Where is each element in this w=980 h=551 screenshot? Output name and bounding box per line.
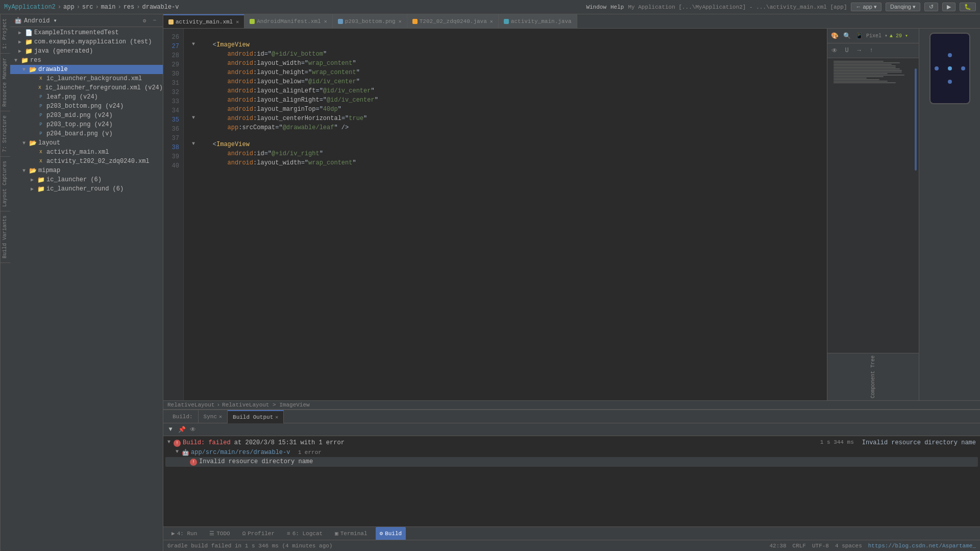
fold-arrow-27[interactable]: ▼ — [192, 40, 198, 48]
tree-item-mipmap[interactable]: ▼ 📂 mipmap — [10, 166, 163, 175]
drawable-folder-icon: 📂 — [29, 65, 37, 74]
code-line-34: android:layout_marginTop="40dp" — [192, 105, 819, 114]
settings-btn[interactable]: ⚙ — [140, 16, 149, 25]
structure-tab[interactable]: 7: Structure — [1, 111, 10, 157]
minimap[interactable] — [827, 58, 919, 353]
code-line-30: android:layout_height="wrap_content" — [192, 68, 819, 77]
palette-icon[interactable]: 🎨 — [829, 31, 840, 41]
tab-androidmanifest[interactable]: AndroidManifest.xml ✕ — [244, 14, 332, 29]
close-build-output-tab[interactable]: ✕ — [275, 414, 278, 420]
build-item-app-src[interactable]: ▼ 🤖 app/src/main/res/drawable-v 1 error — [165, 448, 978, 457]
resource-manager-tab[interactable]: Resource Manager — [1, 54, 10, 111]
breadcrumb-res[interactable]: res — [124, 4, 135, 11]
png-icon-p203m: P — [37, 111, 45, 119]
website-link[interactable]: https://blog.csdn.net/Aspartame_ — [868, 543, 976, 549]
tool-tab-logcat[interactable]: ≡ 6: Logcat — [283, 527, 327, 540]
tree-item-example[interactable]: ▶ 📄 ExampleInstrumentedTest — [10, 28, 163, 37]
status-bar: Gradle build failed in 1 s 346 ms (4 min… — [163, 540, 980, 551]
breadcrumb-src[interactable]: src — [82, 4, 93, 11]
fold-arrow-38[interactable]: ▼ — [192, 140, 198, 148]
arrow-com: ▶ — [18, 39, 24, 45]
eye-icon[interactable]: 👁 — [829, 45, 840, 56]
project-panel-title: 🤖 Android ▾ — [14, 17, 57, 25]
tree-item-layout[interactable]: ▼ 📂 layout — [10, 138, 163, 148]
tree-item-activity-t202[interactable]: X activity_t202_02_zdq0240.xml — [10, 157, 163, 166]
line-ending[interactable]: CRLF — [793, 543, 806, 549]
sync-btn[interactable]: ↺ — [924, 3, 938, 11]
tree-item-activity-main-xml[interactable]: X activity_main.xml — [10, 148, 163, 157]
gradle-status: Gradle build failed in 1 s 346 ms (4 min… — [167, 543, 770, 549]
code-line-39: android:id="@+id/iv_right" — [192, 149, 819, 158]
tab-activity-main-xml[interactable]: activity_main.xml ✕ — [163, 14, 244, 29]
close-tab-t202[interactable]: ✕ — [490, 18, 493, 25]
code-line-36: app:srcCompat="@drawable/leaf" /> — [192, 123, 819, 132]
tab-build-label[interactable]: Build: — [167, 410, 199, 423]
arrow-right-icon[interactable]: → — [854, 45, 864, 56]
breadcrumb-main[interactable]: main — [101, 4, 116, 11]
tab-sync[interactable]: Sync ✕ — [199, 410, 228, 423]
build-item-invalid[interactable]: ! Invalid resource directory name — [165, 457, 978, 467]
window-menu[interactable]: Window — [586, 4, 606, 10]
arrow-up-icon[interactable]: ↑ — [866, 45, 876, 56]
phone-icon[interactable]: 📱 — [854, 31, 864, 41]
code-line-35: ▼ android:layout_centerHorizontal="true" — [192, 114, 819, 123]
build-btn[interactable]: ▶ — [942, 3, 955, 11]
tree-item-p203-bottom[interactable]: P p203_bottom.png (v24) — [10, 102, 163, 111]
run-config-btn[interactable]: ← app ▾ — [851, 3, 881, 11]
magnify-icon[interactable]: 🔍 — [842, 31, 852, 41]
build-item-failed[interactable]: ▼ ! Build: failed at 2020/3/8 15:31 with… — [165, 438, 978, 448]
minimize-btn[interactable]: − — [151, 16, 159, 25]
png-icon-leaf: P — [37, 93, 45, 101]
build-toolbar: ▼ 📌 👁 — [163, 423, 980, 436]
layout-captures-tab[interactable]: Layout Captures — [1, 157, 10, 211]
cursor-position[interactable]: 42:38 — [770, 543, 787, 549]
tab-t202-java[interactable]: T202_02_zdq0240.java ✕ — [407, 14, 499, 29]
breadcrumb-app[interactable]: app — [63, 4, 75, 11]
debug-btn[interactable]: 🐛 — [960, 3, 976, 11]
tree-item-ic-round[interactable]: ▶ 📁 ic_launcher_round (6) — [10, 184, 163, 194]
project-side-tab[interactable]: 1: Project — [1, 14, 10, 54]
build-tool-expand[interactable]: ▼ — [165, 424, 176, 435]
tool-tab-todo[interactable]: ☰ TODO — [205, 527, 234, 540]
tree-item-p203-mid[interactable]: P p203_mid.png (v24) — [10, 111, 163, 120]
tree-item-drawable[interactable]: ▼ 📂 drawable — [10, 65, 163, 74]
tree-item-java-gen[interactable]: ▶ 📁 java (generated) — [10, 46, 163, 56]
build-tool-pin[interactable]: 📌 — [177, 424, 187, 435]
tab-build-output[interactable]: Build Output ✕ — [228, 410, 284, 423]
indent-size[interactable]: 4 spaces — [835, 543, 862, 549]
tree-item-ic-bg[interactable]: X ic_launcher_background.xml — [10, 74, 163, 83]
tool-tab-build[interactable]: ⚙ Build — [376, 527, 406, 540]
tab-p203-png[interactable]: p203_bottom.png ✕ — [333, 14, 407, 29]
breadcrumb: MyApplication2 › app › src › main › res … — [4, 4, 179, 11]
code-line-28: android:id="@+id/iv_bottom" — [192, 50, 819, 59]
tree-item-res[interactable]: ▼ 📁 res — [10, 56, 163, 65]
project-panel-header: 🤖 Android ▾ ⚙ − — [10, 14, 163, 27]
build-tool-watch[interactable]: 👁 — [188, 424, 198, 435]
encoding[interactable]: UTF-8 — [812, 543, 829, 549]
folder-icon-ic: 📁 — [37, 176, 45, 184]
u-icon[interactable]: U — [842, 45, 852, 56]
project-name[interactable]: MyApplication2 — [4, 4, 56, 11]
fold-arrow-35[interactable]: ▼ — [192, 114, 198, 122]
tree-item-p204[interactable]: P p204_board.png (v) — [10, 129, 163, 138]
breadcrumb-drawable[interactable]: drawable-v — [142, 4, 179, 11]
tool-tab-run[interactable]: ▶ 4: Run — [167, 527, 201, 540]
tree-item-com-example[interactable]: ▶ 📁 com.example.myapplication (test) — [10, 37, 163, 46]
tool-tab-terminal[interactable]: ▣ Terminal — [331, 527, 371, 540]
help-menu[interactable]: Help — [610, 4, 624, 10]
xml-file-icon-fg: X — [36, 84, 43, 92]
close-sync-tab[interactable]: ✕ — [219, 414, 222, 420]
close-tab-manifest[interactable]: ✕ — [324, 18, 327, 25]
code-editor[interactable]: ▼ <ImageView android:id="@+id/iv_bottom"… — [184, 29, 827, 400]
tab-activity-main-java[interactable]: activity_main.java — [499, 14, 577, 29]
title-right-controls: Window Help My Application [...\MyApplic… — [586, 3, 976, 11]
tree-item-p203-top[interactable]: P p203_top.png (v24) — [10, 120, 163, 129]
close-tab-p203[interactable]: ✕ — [399, 18, 402, 25]
tool-tab-profiler[interactable]: Ω Profiler — [238, 527, 279, 540]
tree-item-ic-launcher[interactable]: ▶ 📁 ic_launcher (6) — [10, 175, 163, 184]
build-config-btn[interactable]: Danqing ▾ — [886, 3, 920, 11]
tree-item-ic-fg[interactable]: X ic_launcher_foreground.xml (v24) — [10, 83, 163, 92]
tree-item-leaf[interactable]: P leaf.png (v24) — [10, 92, 163, 102]
close-tab-activity-main[interactable]: ✕ — [236, 19, 239, 25]
build-variants-tab[interactable]: Build Variants — [1, 211, 10, 263]
